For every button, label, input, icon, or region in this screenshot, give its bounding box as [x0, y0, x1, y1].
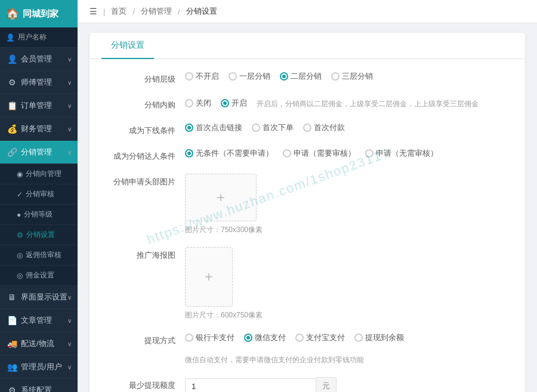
- radio-apply-review[interactable]: 申请（需要审核）: [283, 148, 356, 159]
- sidebar-item-system[interactable]: ⚙ 系统配置: [0, 379, 78, 392]
- dist-audit-icon: ✓: [17, 190, 23, 199]
- tab-dist-settings[interactable]: 分销设置: [101, 33, 154, 59]
- radio-alipay[interactable]: 支付宝支付: [295, 332, 345, 343]
- sidebar-item-order[interactable]: 📋 订单管理: [0, 94, 78, 118]
- radio-circle-first-click: [185, 124, 193, 132]
- radio-circle-no-condition: [185, 149, 193, 158]
- radio-bank[interactable]: 银行卡支付: [185, 332, 234, 343]
- promo-poster-upload-box[interactable]: +: [185, 247, 233, 307]
- radio-circle-first-pay: [303, 124, 311, 132]
- radio-balance[interactable]: 提现到余额: [354, 332, 404, 343]
- radio-apply-no-review[interactable]: 申请（无需审核）: [365, 148, 438, 159]
- dist-level-control: 不开启 一层分销 二层分销: [185, 71, 507, 82]
- submenu-dist-manage[interactable]: ◉ 分销向管理: [0, 164, 78, 184]
- sidebar-item-article[interactable]: 📄 文章管理: [0, 309, 78, 332]
- logo-icon: 🏠: [6, 7, 19, 20]
- sidebar-item-admin[interactable]: 👥 管理员/用户: [0, 356, 78, 379]
- radio-circle-alipay: [295, 334, 304, 342]
- promo-poster-size-hint: 图片尺寸：600x750像素: [185, 310, 263, 320]
- radio-one-label: 一层分销: [239, 71, 270, 82]
- sidebar-item-label: 师傅管理: [21, 77, 52, 88]
- distributor-condition-radio-group: 无条件（不需要申请） 申请（需要审核） 申请（无需审核）: [185, 148, 438, 159]
- sidebar-item-display[interactable]: 🖥 界面显示设置: [0, 286, 78, 309]
- sidebar-item-label: 分销管理: [21, 147, 52, 158]
- radio-one[interactable]: 一层分销: [229, 71, 270, 82]
- submenu-dist-commission[interactable]: ◎ 返佣倍审核: [0, 245, 78, 266]
- radio-circle-apply-review: [283, 149, 291, 158]
- radio-apply-review-label: 申请（需要审核）: [294, 148, 356, 159]
- breadcrumb-dist-manage[interactable]: 分销管理: [141, 6, 172, 17]
- system-icon: ⚙: [7, 385, 17, 392]
- submenu-dist-fund[interactable]: ◎ 佣金设置: [0, 266, 78, 286]
- submenu-dist-settings[interactable]: ⚙ 分销设置: [0, 225, 78, 245]
- radio-wechat[interactable]: 微信支付: [244, 332, 286, 343]
- radio-alipay-label: 支付宝支付: [306, 332, 345, 343]
- internal-purchase-label: 分销内购: [107, 97, 185, 110]
- content-area: 分销设置 分销层级 不开启: [78, 23, 537, 392]
- sidebar-item-finance[interactable]: 💰 财务管理: [0, 118, 78, 141]
- radio-three[interactable]: 三层分销: [331, 71, 373, 82]
- admin-icon: 👥: [7, 362, 17, 372]
- header-image-upload-box[interactable]: +: [185, 174, 257, 221]
- radio-off[interactable]: 不开启: [185, 71, 219, 82]
- radio-close-label: 关闭: [196, 98, 211, 109]
- sidebar-item-distribution[interactable]: 🔗 分销管理: [0, 141, 78, 164]
- internal-purchase-row: 分销内购 关闭 开启 开启后，分销商以二层佣金，上: [107, 97, 507, 110]
- dist-settings-icon: ⚙: [17, 231, 23, 239]
- dist-commission-icon: ◎: [17, 251, 23, 260]
- header-image-row: 分销申请头部图片 + 图片尺寸：750x300像素: [107, 174, 507, 235]
- sidebar-item-delivery[interactable]: 🚚 配送/物流: [0, 332, 78, 356]
- radio-wechat-label: 微信支付: [255, 332, 286, 343]
- article-icon: 📄: [7, 316, 17, 325]
- radio-open-label: 开启: [232, 98, 247, 109]
- submenu-dist-level[interactable]: ● 分销等级: [0, 205, 78, 225]
- radio-circle-bank: [185, 334, 193, 342]
- radio-circle-one: [229, 72, 237, 81]
- radio-off-label: 不开启: [196, 71, 219, 82]
- radio-open[interactable]: 开启: [221, 98, 247, 109]
- promo-poster-control: + 图片尺寸：600x750像素: [185, 247, 507, 320]
- plus-icon-poster: +: [205, 268, 213, 285]
- radio-first-order-label: 首次下单: [263, 122, 294, 133]
- radio-circle-wechat: [244, 334, 252, 342]
- withdraw-radio-group: 银行卡支付 微信支付 支付宝支付: [185, 332, 404, 343]
- submenu-dist-audit[interactable]: ✓ 分销审核: [0, 184, 78, 205]
- radio-circle-open: [221, 99, 229, 107]
- radio-circle-apply-no-review: [365, 149, 374, 158]
- radio-close[interactable]: 关闭: [185, 98, 211, 109]
- menu-icon[interactable]: ☰: [90, 7, 97, 16]
- radio-circle-close: [185, 99, 193, 107]
- submenu-item-label: 分销向管理: [26, 169, 61, 179]
- internal-purchase-radio-group: 关闭 开启: [185, 98, 247, 109]
- distribution-level-row: 分销层级 不开启 一层分销: [107, 71, 507, 85]
- sidebar-item-member[interactable]: 👤 会员管理: [0, 48, 78, 71]
- min-withdraw-input[interactable]: [185, 378, 316, 393]
- radio-first-click-label: 首次点击链接: [196, 122, 242, 133]
- breadcrumb-current: 分销设置: [186, 6, 217, 17]
- become-condition-control: 首次点击链接 首次下单 首次付款: [185, 122, 507, 133]
- become-condition-label: 成为下线条件: [107, 122, 185, 136]
- radio-first-click[interactable]: 首次点击链接: [185, 122, 242, 133]
- sidebar-item-label: 订单管理: [21, 100, 52, 111]
- become-condition-row: 成为下线条件 首次点击链接 首次下单: [107, 122, 507, 136]
- promo-poster-label: 推广海报图: [107, 247, 185, 261]
- radio-balance-label: 提现到余额: [365, 332, 404, 343]
- radio-no-condition[interactable]: 无条件（不需要申请）: [185, 148, 273, 159]
- radio-circle-balance: [354, 334, 363, 342]
- radio-first-pay[interactable]: 首次付款: [303, 122, 345, 133]
- radio-first-order[interactable]: 首次下单: [252, 122, 294, 133]
- breadcrumb-home[interactable]: 首页: [111, 6, 126, 17]
- radio-two[interactable]: 二层分销: [280, 71, 322, 82]
- sidebar-item-teacher[interactable]: ⚙ 师傅管理: [0, 71, 78, 94]
- distributor-condition-row: 成为分销达人条件 无条件（不需要申请） 申请（需要审核）: [107, 148, 507, 162]
- submenu-item-label: 分销审核: [26, 189, 54, 199]
- breadcrumb-sep1: /: [132, 7, 135, 16]
- sidebar-item-label: 管理员/用户: [21, 362, 62, 372]
- radio-circle-two: [280, 72, 288, 81]
- min-withdraw-label: 最少提现额度: [107, 377, 185, 391]
- sidebar-logo: 🏠 同城到家: [0, 0, 78, 27]
- internal-hint: 开启后，分销商以二层佣金，上级享受二层佣金，上上级享受三层佣金: [257, 99, 479, 109]
- header-image-upload-area: + 图片尺寸：750x300像素: [185, 174, 263, 235]
- submenu-item-label: 返佣倍审核: [26, 250, 61, 260]
- logo-text: 同城到家: [23, 8, 58, 20]
